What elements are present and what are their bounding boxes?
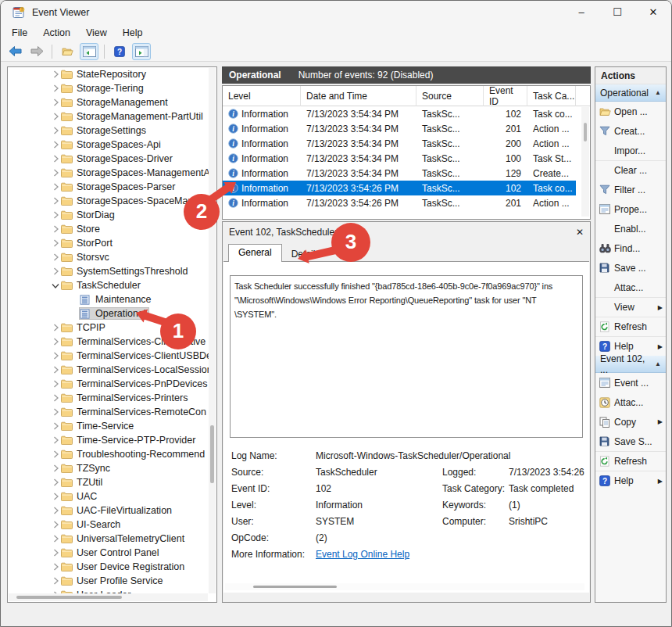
chevron-right-icon[interactable] (50, 211, 61, 219)
tree-item-tzsync[interactable]: TZSync (8, 461, 216, 475)
chevron-right-icon[interactable] (50, 225, 61, 233)
chevron-right-icon[interactable] (50, 366, 61, 374)
chevron-right-icon[interactable] (50, 99, 61, 106)
back-arrow-icon[interactable] (5, 43, 24, 60)
tree-item-storagespaces-managementa[interactable]: StorageSpaces-ManagementA (8, 166, 216, 180)
chevron-right-icon[interactable] (50, 267, 61, 275)
tree-item-time-service[interactable]: Time-Service (8, 419, 216, 433)
chevron-right-icon[interactable] (50, 436, 61, 444)
console-tree-toggle-icon[interactable] (80, 43, 98, 60)
chevron-right-icon[interactable] (50, 478, 61, 486)
chevron-right-icon[interactable] (50, 380, 61, 388)
event-row-102-selected[interactable]: iInformation7/13/2023 3:54:26 PMTaskSc..… (223, 181, 590, 195)
action-view[interactable]: View▶ (595, 297, 666, 317)
menu-file[interactable]: File (4, 26, 35, 40)
chevron-right-icon[interactable] (50, 253, 61, 261)
action-event-[interactable]: Event ... (595, 373, 666, 392)
tree-item-tzutil[interactable]: TZUtil (8, 475, 216, 489)
tree-item-troubleshooting-recommend[interactable]: Troubleshooting-Recommend (8, 447, 216, 461)
action-copy[interactable]: Copy▶ (595, 412, 666, 432)
chevron-right-icon[interactable] (50, 394, 61, 402)
preview-close-icon[interactable]: ✕ (576, 227, 584, 238)
chevron-right-icon[interactable] (50, 352, 61, 360)
chevron-right-icon[interactable] (50, 521, 61, 528)
help-icon[interactable]: ? (110, 43, 129, 60)
tree-item-storagespaces-driver[interactable]: StorageSpaces-Driver (8, 152, 216, 166)
chevron-right-icon[interactable] (50, 450, 61, 458)
action-save-[interactable]: Save ... (595, 258, 666, 278)
event-row-201[interactable]: iInformation7/13/2023 3:54:34 PMTaskSc..… (223, 121, 590, 136)
chevron-right-icon[interactable] (50, 464, 61, 472)
event-row-100[interactable]: iInformation7/13/2023 3:54:34 PMTaskSc..… (223, 151, 590, 166)
action-open-[interactable]: Open ... (595, 102, 666, 121)
tree-horizontal-scrollbar[interactable] (9, 593, 208, 601)
tree-item-store[interactable]: Store (8, 222, 216, 236)
chevron-right-icon[interactable] (50, 70, 61, 78)
menu-help[interactable]: Help (115, 26, 151, 40)
chevron-right-icon[interactable] (50, 155, 61, 163)
actions-section-header-1[interactable]: Event 102, ...▲ (595, 356, 666, 373)
tree-item-storagespaces-spacemanag[interactable]: StorageSpaces-SpaceManag (8, 194, 216, 208)
action-help[interactable]: ?Help▶ (595, 471, 666, 490)
column-date-time[interactable]: Date and Time (301, 86, 416, 106)
event-log-online-help-link[interactable]: Event Log Online Help (316, 549, 409, 560)
tree-item-storsvc[interactable]: Storsvc (8, 250, 216, 264)
tree-item-universaltelemetryclient[interactable]: UniversalTelemetryClient (8, 532, 216, 546)
action-refresh[interactable]: Refresh (595, 317, 666, 336)
tree-item-user-profile-service[interactable]: User Profile Service (8, 574, 216, 588)
tree-item-terminalservices-remotecon[interactable]: TerminalServices-RemoteCon (8, 405, 216, 419)
event-row-201[interactable]: iInformation7/13/2023 3:54:26 PMTaskSc..… (223, 195, 590, 210)
menu-action[interactable]: Action (35, 26, 78, 40)
preview-horizontal-scrollbar[interactable] (225, 583, 584, 590)
collapse-icon[interactable]: ▲ (655, 360, 661, 367)
chevron-right-icon[interactable] (50, 549, 61, 557)
actions-section-header-0[interactable]: Operational▲ (595, 84, 666, 102)
action-help[interactable]: ?Help▶ (595, 336, 666, 356)
tree-item-terminalservices-pnpdevices[interactable]: TerminalServices-PnPDevices (8, 377, 216, 391)
tree-item-tcpip[interactable]: TCPIP (8, 321, 216, 335)
chevron-down-icon[interactable] (50, 282, 61, 289)
chevron-right-icon[interactable] (50, 338, 61, 346)
tree-item-time-service-ptp-provider[interactable]: Time-Service-PTP-Provider (8, 433, 216, 447)
event-row-129[interactable]: iInformation7/13/2023 3:54:34 PMTaskSc..… (223, 166, 590, 181)
tree-item-taskscheduler[interactable]: TaskScheduler (8, 278, 216, 292)
tree-item-terminalservices-localsession[interactable]: TerminalServices-LocalSession (8, 363, 216, 377)
tree-item-user-control-panel[interactable]: User Control Panel (8, 546, 216, 560)
action-attac-[interactable]: Attac... (595, 392, 666, 412)
tree-item-storagesettings[interactable]: StorageSettings (8, 124, 216, 138)
tree-item-stordiag[interactable]: StorDiag (8, 208, 216, 222)
tree-item-uac-filevirtualization[interactable]: UAC-FileVirtualization (8, 503, 216, 518)
action-clear-[interactable]: Clear ... (595, 160, 666, 180)
tree-item-storagespaces-parser[interactable]: StorageSpaces-Parser (8, 180, 216, 194)
chevron-right-icon[interactable] (50, 141, 61, 149)
chevron-right-icon[interactable] (50, 507, 61, 514)
tab-details[interactable]: Details (282, 246, 330, 262)
tree-item-terminalservices-clientactive[interactable]: TerminalServices-ClientActive (8, 335, 216, 349)
chevron-right-icon[interactable] (50, 197, 61, 205)
chevron-right-icon[interactable] (50, 84, 61, 92)
chevron-right-icon[interactable] (50, 577, 61, 585)
action-prope-[interactable]: Prope... (595, 199, 666, 219)
tree-item-storagespaces-api[interactable]: StorageSpaces-Api (8, 138, 216, 152)
menu-view[interactable]: View (78, 26, 115, 40)
tree-item-terminalservices-printers[interactable]: TerminalServices-Printers (8, 391, 216, 405)
action-pane-toggle-icon[interactable] (132, 43, 151, 60)
tree-item-maintenance[interactable]: Maintenance (8, 292, 216, 306)
chevron-right-icon[interactable] (50, 535, 61, 543)
tree-item-storage-tiering[interactable]: Storage-Tiering (8, 81, 216, 95)
chevron-right-icon[interactable] (50, 169, 61, 177)
tree-item-storport[interactable]: StorPort (8, 236, 216, 250)
minimize-button[interactable]: – (563, 1, 599, 24)
export-folder-icon[interactable] (58, 43, 77, 60)
action-find-[interactable]: Find... (595, 238, 666, 258)
close-button[interactable]: ✕ (635, 1, 671, 24)
action-enabl-[interactable]: Enabl... (595, 219, 666, 238)
action-impor-[interactable]: Impor... (595, 141, 666, 160)
tab-general[interactable]: General (228, 244, 282, 262)
action-save-s-[interactable]: Save S... (595, 432, 666, 451)
chevron-right-icon[interactable] (50, 183, 61, 191)
tree-vertical-scrollbar[interactable] (209, 68, 216, 593)
tree-item-user-device-registration[interactable]: User Device Registration (8, 560, 216, 574)
chevron-right-icon[interactable] (50, 563, 61, 571)
collapse-icon[interactable]: ▲ (655, 89, 661, 96)
